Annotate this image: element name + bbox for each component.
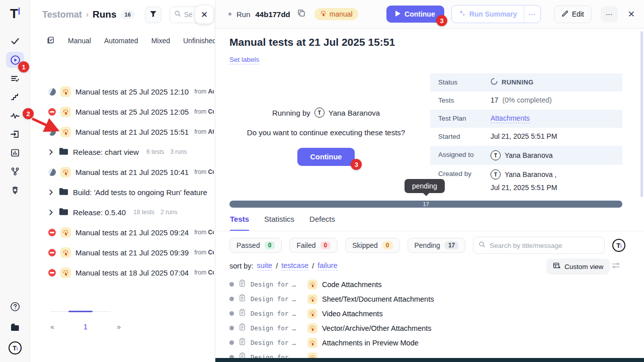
tab-statistics[interactable]: Statistics: [264, 215, 294, 231]
run-summary-button[interactable]: Run Summary ⋯: [451, 5, 541, 23]
test-row[interactable]: Design for … Video Attachments: [229, 306, 644, 321]
chevron-right-icon[interactable]: [48, 190, 54, 195]
bottom-dark-bar: [215, 358, 644, 362]
continue-prompt: Running by T Yana Baranova Do you want t…: [215, 108, 437, 166]
sidebar-item-import[interactable]: [6, 126, 24, 142]
run-folder-item[interactable]: Build: 'Add tests to ongoing Run' featur…: [30, 182, 214, 202]
set-labels-link[interactable]: Set labels: [229, 56, 259, 64]
run-label: Run: [236, 10, 251, 19]
runs-tabs: Manual Automated Mixed Unfinished: [30, 32, 215, 49]
steps-icon: [10, 92, 20, 102]
tab-unfinished[interactable]: Unfinished: [183, 37, 215, 45]
manual-run-icon: [60, 247, 71, 258]
bar-chart-icon: [10, 148, 20, 158]
chevron-right-icon[interactable]: [48, 149, 54, 155]
tab-defects[interactable]: Defects: [309, 215, 335, 231]
sidebar-item-test-plans[interactable]: [6, 70, 24, 86]
pagination-prev[interactable]: «: [50, 323, 54, 331]
run-list-item[interactable]: Manual tests at 25 Jul 2025 12:10 from A…: [30, 81, 214, 102]
copy-icon[interactable]: [297, 9, 305, 19]
detail-close-button[interactable]: ✕: [628, 9, 635, 20]
edit-button[interactable]: Edit: [554, 6, 592, 23]
manual-test-icon: [307, 323, 317, 333]
run-list-item[interactable]: Manual tests at 21 Jul 2025 09:39 from C…: [30, 242, 214, 262]
run-status-stopped-icon: [48, 269, 56, 277]
run-source: from Cus: [194, 249, 214, 256]
sort-failure-link[interactable]: failure: [317, 261, 338, 270]
sort-suite-link[interactable]: suite: [257, 261, 273, 270]
tab-mixed[interactable]: Mixed: [151, 37, 170, 45]
icon-sidebar: T|: [0, 0, 30, 362]
test-row[interactable]: Design for …: [229, 350, 644, 358]
folder-meta: 6 tests3 runs: [146, 148, 187, 155]
sidebar-item-account[interactable]: T|: [6, 340, 24, 356]
run-source: from Cust: [194, 168, 214, 175]
sidebar-item-activity[interactable]: [6, 108, 24, 124]
sort-testcase-link[interactable]: testcase: [281, 261, 308, 270]
manual-test-icon: [307, 309, 317, 319]
filter-skipped[interactable]: Skipped 0: [345, 238, 399, 253]
manual-test-icon: [307, 338, 317, 348]
continue-button-main[interactable]: Continue: [297, 148, 355, 166]
pagination-next[interactable]: »: [117, 323, 121, 331]
tests-search-input[interactable]: [490, 242, 599, 249]
test-plan-link[interactable]: Attachments: [491, 114, 530, 123]
sidebar-item-help[interactable]: [6, 299, 24, 315]
run-summary-label: Run Summary: [469, 10, 517, 18]
filter-count: 0: [382, 241, 393, 249]
copy-check-icon[interactable]: [46, 36, 55, 46]
info-row-started: Started Jul 21, 2025 5:51 PM: [430, 128, 622, 146]
sidebar-item-projects[interactable]: [6, 319, 24, 335]
more-actions-button[interactable]: ⋯: [601, 6, 618, 22]
test-row[interactable]: Design for … Attachments in Preview Mode: [229, 335, 644, 350]
info-row-status: Status RUNNING: [430, 73, 622, 92]
run-title: Manual tests at 21 Jul 2025 09:24: [75, 228, 189, 237]
breadcrumb-separator: ›: [86, 10, 89, 19]
test-row[interactable]: Design for … Vector/Archive/Other Attach…: [229, 321, 644, 335]
run-list-item[interactable]: Manual tests at 21 Jul 2025 10:41 from C…: [30, 162, 214, 182]
clipboard-icon: [238, 338, 246, 347]
filter-passed[interactable]: Passed 0: [229, 238, 282, 253]
breadcrumb-app[interactable]: Testomat: [42, 10, 82, 20]
tab-automated[interactable]: Automated: [104, 37, 138, 45]
manual-run-icon: [60, 167, 71, 177]
continue-label: Continue: [405, 10, 435, 18]
run-title: Manual tests at 21 Jul 2025 10:41: [75, 168, 189, 176]
custom-view-button[interactable]: Custom view: [546, 258, 610, 275]
run-summary-more-button[interactable]: ⋯: [524, 6, 540, 23]
sidebar-item-steps[interactable]: [6, 89, 24, 105]
runs-search-close-button[interactable]: ✕: [195, 6, 213, 24]
run-title-heading: Manual tests at 21 Jul 2025 15:51: [229, 36, 395, 48]
sidebar-item-reports[interactable]: [6, 145, 24, 161]
filter-pending[interactable]: Pending 17: [408, 238, 466, 253]
sidebar-item-tests[interactable]: [6, 33, 24, 49]
pagination-page-1[interactable]: 1: [84, 322, 88, 331]
annotation-badge-3: 3: [351, 159, 362, 170]
sidebar-item-branches[interactable]: [6, 163, 24, 179]
run-list-item[interactable]: Manual tests at 21 Jul 2025 09:24 from C…: [30, 222, 214, 242]
sliders-icon[interactable]: [612, 262, 620, 271]
continue-button-header[interactable]: Continue: [386, 6, 444, 23]
run-status-dot: [228, 13, 231, 16]
filter-count: 17: [445, 241, 458, 249]
run-folder-item[interactable]: Release: 0.5.40 18 tests2 runs: [30, 202, 214, 222]
test-row[interactable]: Design for … Code Attachments: [229, 277, 644, 292]
chevron-right-icon[interactable]: [48, 210, 54, 215]
clipboard-icon: [238, 309, 246, 318]
tab-manual[interactable]: Manual: [68, 37, 91, 45]
run-folder-item[interactable]: Release: chart view 6 tests3 runs: [30, 142, 214, 162]
assignee-avatar[interactable]: T|: [612, 239, 625, 252]
test-row[interactable]: Design for … Sheet/Text/Document Attachm…: [229, 292, 644, 306]
manual-test-icon: [307, 280, 317, 290]
filter-button[interactable]: [145, 7, 162, 23]
run-list-item[interactable]: Manual tests at 18 Jul 2025 07:04 from C…: [30, 262, 214, 283]
tab-tests[interactable]: Tests: [230, 215, 249, 231]
filter-failed[interactable]: Failed 0: [289, 238, 338, 253]
test-suite: Design for …: [251, 353, 303, 358]
sidebar-item-settings[interactable]: [6, 182, 24, 198]
tests-searchbox[interactable]: [473, 237, 605, 254]
detail-scrollbar[interactable]: [640, 31, 643, 197]
pending-dot-icon: [229, 282, 234, 287]
testomat-logo[interactable]: T|: [0, 6, 30, 22]
test-suite: Design for …: [251, 324, 303, 332]
